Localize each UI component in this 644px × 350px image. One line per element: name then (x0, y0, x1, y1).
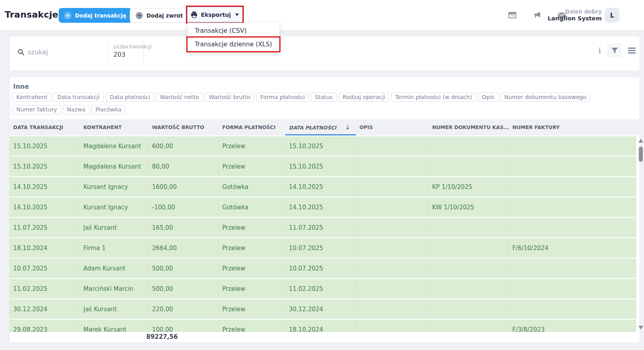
table-row[interactable]: 18.10.2024 Firma 1 2664,00 Przelew 10.07… (10, 237, 636, 258)
cell-kontrahent: Adam Kursant (80, 259, 148, 278)
filter-chip[interactable]: Rodzaj operacji (339, 93, 389, 102)
user-greeting: Dzień dobry Langlion System (511, 8, 602, 22)
info-icon[interactable]: i (595, 46, 604, 55)
cell-forma-platnosci: Przelew (219, 218, 285, 237)
scroll-up-icon[interactable] (638, 139, 643, 143)
column-header-numer-dokumentu[interactable]: NUMER DOKUMENTU KAS... (429, 119, 509, 135)
avatar[interactable]: L (605, 8, 619, 22)
column-header-opis[interactable]: OPIS (356, 119, 429, 135)
scrollbar-thumb[interactable] (639, 147, 643, 162)
cell-forma-platnosci: Przelew (219, 136, 285, 156)
filter-chip[interactable]: Numer faktury (12, 105, 61, 114)
menu-icon[interactable] (628, 48, 636, 55)
cell-data-transakcji: 14.10.2025 (10, 177, 80, 197)
plus-icon: + (136, 12, 143, 19)
cell-opis (356, 157, 429, 176)
column-header-data-platnosci[interactable]: DATA PŁATNOŚCI↓ (285, 119, 356, 135)
cell-forma-platnosci: Przelew (219, 279, 285, 298)
cell-numer-faktury (509, 279, 636, 298)
plus-icon: + (64, 12, 71, 19)
filter-chip[interactable]: Nazwa (63, 105, 89, 114)
table-row[interactable]: 15.10.2025 Magdalena Kursant 600,00 Prze… (10, 136, 636, 156)
cell-wartosc-brutto: 500,00 (148, 279, 219, 298)
scroll-down-icon[interactable] (638, 326, 643, 330)
cell-kontrahent: Firma 1 (80, 238, 148, 258)
transaction-count-value: 203 (113, 51, 126, 58)
cell-numer-faktury (509, 177, 636, 197)
filter-chips-row2: Numer fakturyNazwaPlacówka (12, 105, 125, 114)
add-transaction-label: Dodaj transakcję (75, 12, 126, 19)
cell-opis (356, 299, 429, 319)
transactions-card: Inne KontrahentData transakcjiData płatn… (9, 77, 640, 343)
filter-chips-row1: KontrahentData transakcjiData płatnościW… (12, 93, 590, 102)
filter-chip[interactable]: Opis (478, 93, 498, 102)
cell-forma-platnosci: Przelew (219, 238, 285, 258)
cell-data-platnosci: 14.10.2025 (285, 197, 356, 217)
cell-data-platnosci: 11.02.2025 (285, 279, 356, 298)
filter-chip[interactable]: Data transakcji (53, 93, 104, 102)
add-refund-label: Dodaj zwrot (146, 12, 183, 19)
filter-chip[interactable]: Numer dokumentu kasowego (500, 93, 591, 102)
cell-data-transakcji: 11.07.2025 (10, 218, 80, 237)
column-header-kontrahent[interactable]: KONTRAHENT (80, 119, 148, 135)
cell-data-transakcji: 18.10.2024 (10, 238, 80, 258)
cell-kontrahent: Magdalena Kursant (80, 136, 148, 156)
cell-numer-dokumentu (429, 259, 509, 278)
table-row[interactable]: 14.10.2025 Kursant Ignacy -100,00 Gotówk… (10, 197, 636, 217)
cell-wartosc-brutto: 2664,00 (148, 238, 219, 258)
cell-numer-faktury (509, 197, 636, 217)
filter-chip[interactable]: Wartość netto (156, 93, 203, 102)
add-transaction-button[interactable]: + Dodaj transakcję (59, 8, 132, 23)
filter-chip[interactable]: Status (311, 93, 337, 102)
cell-forma-platnosci: Przelew (219, 299, 285, 319)
menu-item-transakcje-csv[interactable]: Transakcje (CSV) (188, 24, 279, 38)
column-header-numer-faktury[interactable]: NUMER FAKTURY (509, 119, 640, 135)
search-box (18, 48, 98, 56)
cell-kontrahent: Kursant Ignacy (80, 197, 148, 217)
search-input[interactable] (28, 48, 98, 56)
filter-button[interactable] (607, 43, 622, 58)
cell-numer-faktury: F/6/10/2024 (509, 238, 636, 258)
filter-chip[interactable]: Termin płatności (w dniach) (391, 93, 476, 102)
cell-numer-faktury (509, 299, 636, 319)
filter-chip[interactable]: Forma płatności (256, 93, 309, 102)
menu-item-transakcje-dzienne-xls[interactable]: Transakcje dzienne (XLS) (188, 38, 279, 51)
column-header-data-transakcji[interactable]: DATA TRANSAKCJI (10, 119, 80, 135)
top-bar: Transakcje + Dodaj transakcję + Dodaj zw… (0, 0, 644, 30)
page-title: Transakcje (5, 10, 58, 20)
export-annotation-box: Eksportuj (186, 6, 244, 24)
export-button[interactable]: Eksportuj (187, 7, 243, 22)
add-refund-button[interactable]: + Dodaj zwrot (130, 8, 189, 23)
total-brutto-value: 89227,56 (140, 333, 184, 340)
cell-opis (356, 177, 429, 197)
filter-chip[interactable]: Kontrahent (12, 93, 51, 102)
filter-chip[interactable]: Placówka (91, 105, 125, 114)
cell-data-platnosci: 11.07.2025 (285, 218, 356, 237)
transaction-count-label: Liczba transakcji (113, 44, 152, 50)
table-row[interactable]: 11.07.2025 Jaś Kursant 165,00 Przelew 11… (10, 217, 636, 237)
cell-data-platnosci: 14.10.2025 (285, 177, 356, 197)
table-row[interactable]: 14.10.2025 Kursant Ignacy 1600,00 Gotówk… (10, 176, 636, 197)
table-scrollbar[interactable] (638, 137, 644, 331)
cell-data-platnosci: 15.10.2025 (285, 157, 356, 176)
chevron-down-icon (235, 14, 239, 16)
table-row[interactable]: 11.02.2025 Marciński Marcin 500,00 Przel… (10, 278, 636, 298)
table-footer: 89227,56 (10, 332, 640, 342)
cell-opis (356, 279, 429, 298)
search-icon (18, 49, 24, 56)
cell-numer-faktury (509, 136, 636, 156)
cell-numer-dokumentu (429, 157, 509, 176)
table-row[interactable]: 15.10.2025 Magdalena Kursant 80,00 Przel… (10, 156, 636, 176)
cell-wartosc-brutto: 1600,00 (148, 177, 219, 197)
filter-chip[interactable]: Wartość brutto (205, 93, 255, 102)
table-row[interactable]: 30.12.2024 Jaś Kursant 220,00 Przelew 30… (10, 298, 636, 319)
divider (143, 40, 144, 67)
cell-numer-dokumentu (429, 218, 509, 237)
cell-data-transakcji: 10.07.2025 (10, 259, 80, 278)
column-header-wartosc-brutto[interactable]: WARTOŚĆ BRUTTO (148, 119, 219, 135)
table-row[interactable]: 10.07.2025 Adam Kursant 500,00 Przelew 1… (10, 258, 636, 278)
column-header-forma-platnosci[interactable]: FORMA PŁATNOŚCI (219, 119, 285, 135)
cell-forma-platnosci: Gotówka (219, 177, 285, 197)
filter-chip[interactable]: Data płatności (106, 93, 154, 102)
sort-desc-icon: ↓ (345, 124, 350, 131)
